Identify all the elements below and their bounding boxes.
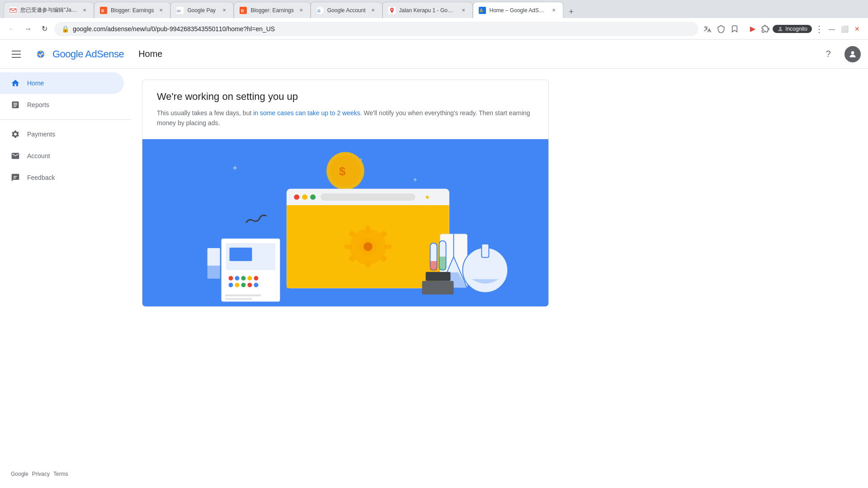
back-button[interactable]: ← [5, 23, 18, 35]
tab-google-account[interactable]: G Google Account ✕ [311, 2, 382, 18]
svg-point-36 [363, 242, 373, 251]
tab-maps[interactable]: Jalan Kerapu 1 - Goog... ✕ [382, 2, 473, 18]
body-highlight: in some cases can take up to 2 weeks [253, 109, 360, 117]
svg-point-49 [235, 276, 240, 281]
more-icon[interactable]: ⋮ [814, 23, 825, 34]
blogger1-favicon: B [100, 7, 107, 14]
blogger2-favicon: B [240, 7, 247, 14]
svg-point-30 [310, 194, 316, 200]
footer-privacy-link[interactable]: Privacy [32, 471, 50, 477]
address-input[interactable]: 🔒 google.com/adsense/new/u/0/pub-9942683… [54, 22, 698, 36]
tab-google-account-close[interactable]: ✕ [369, 7, 377, 14]
svg-point-28 [294, 194, 299, 200]
tab-gmail-close[interactable]: ✕ [81, 7, 88, 14]
feedback-icon [11, 173, 20, 182]
card-text: We're working on setting you up This usu… [142, 80, 548, 139]
gmail-favicon [9, 7, 17, 14]
new-tab-button[interactable]: + [565, 5, 578, 18]
translate-icon[interactable] [702, 23, 713, 34]
close-icon[interactable]: ✕ [852, 23, 863, 34]
sidebar-item-reports[interactable]: Reports [0, 94, 124, 116]
sidebar-item-reports-label: Reports [27, 101, 49, 108]
tab-maps-title: Jalan Kerapu 1 - Goog... [399, 7, 456, 14]
extensions-icon[interactable] [760, 23, 771, 34]
svg-text:+: + [233, 164, 237, 173]
svg-rect-59 [225, 298, 252, 300]
tab-blogger2[interactable]: B Blogger: Earnings ✕ [234, 2, 310, 18]
payments-icon [11, 130, 20, 139]
hamburger-menu[interactable] [7, 45, 25, 63]
tab-gpay-close[interactable]: ✕ [221, 7, 228, 14]
svg-text:B: B [101, 9, 104, 13]
user-avatar[interactable] [844, 46, 861, 62]
maximize-icon[interactable]: ⬜ [839, 23, 850, 34]
tab-adsense-close[interactable]: ✕ [550, 7, 557, 14]
svg-rect-47 [230, 248, 252, 261]
svg-text:+: + [413, 176, 417, 183]
app: Google AdSense Home ? Home [0, 40, 868, 488]
tab-gpay-title: Google Pay [187, 7, 217, 14]
svg-rect-73 [422, 281, 454, 294]
illustration-svg: + + + $ [142, 139, 548, 306]
svg-text:★: ★ [425, 193, 430, 201]
footer-google-link[interactable]: Google [11, 471, 28, 477]
sidebar-item-feedback[interactable]: Feedback [0, 167, 124, 188]
svg-rect-0 [9, 7, 17, 14]
forward-button[interactable]: → [22, 23, 34, 35]
svg-rect-58 [225, 294, 261, 296]
tab-maps-close[interactable]: ✕ [460, 7, 467, 14]
svg-rect-71 [439, 257, 446, 270]
svg-rect-61 [207, 266, 221, 279]
tab-adsense[interactable]: A Home – Google AdSen... ✕ [473, 2, 563, 18]
sidebar-item-account[interactable]: Account [0, 145, 124, 167]
svg-rect-64 [481, 244, 489, 258]
svg-point-57 [254, 282, 258, 287]
incognito-label: Incognito [785, 26, 807, 32]
tab-gmail[interactable]: 您已受邀参与编辑"Jax... ✕ [4, 2, 94, 18]
svg-rect-38 [366, 260, 370, 267]
svg-point-15 [779, 27, 782, 29]
bookmark-icon[interactable] [729, 23, 740, 34]
app-header: Google AdSense Home ? [0, 40, 868, 69]
help-button[interactable]: ? [819, 45, 837, 63]
address-bar: ← → ↻ 🔒 google.com/adsense/new/u/0/pub-9… [0, 18, 868, 40]
sidebar-item-payments[interactable]: Payments [0, 123, 124, 145]
shield-icon[interactable] [716, 23, 726, 34]
svg-point-29 [302, 194, 307, 200]
maps-favicon [388, 7, 396, 14]
main-layout: Home Reports Paym [0, 69, 868, 488]
url-text: google.com/adsense/new/u/0/pub-994268354… [73, 25, 691, 33]
reports-icon [11, 100, 20, 109]
tab-blogger2-close[interactable]: ✕ [297, 7, 305, 14]
svg-point-56 [247, 282, 252, 287]
tab-blogger1[interactable]: B Blogger: Earnings ✕ [94, 2, 170, 18]
youtube-icon[interactable]: ▶ [747, 23, 758, 34]
reload-button[interactable]: ↻ [38, 23, 51, 35]
footer-terms-link[interactable]: Terms [53, 471, 68, 477]
svg-rect-40 [384, 244, 392, 249]
svg-point-48 [229, 276, 233, 281]
adsense-logo-icon [33, 46, 49, 62]
account-icon [11, 151, 20, 160]
minimize-icon[interactable]: — [826, 23, 837, 34]
svg-rect-69 [430, 261, 437, 270]
svg-text:P: P [179, 9, 181, 13]
svg-rect-37 [366, 226, 370, 233]
tab-gpay[interactable]: GP Google Pay ✕ [170, 2, 234, 18]
svg-point-50 [241, 276, 246, 281]
svg-text:G: G [317, 9, 321, 13]
svg-point-52 [254, 276, 258, 281]
adsense-logo[interactable]: Google AdSense [33, 46, 124, 62]
tab-bar: 您已受邀参与编辑"Jax... ✕ B Blogger: Earnings ✕ … [0, 0, 868, 18]
sidebar-item-account-label: Account [27, 152, 50, 160]
svg-text:B: B [241, 9, 244, 13]
tab-blogger2-title: Blogger: Earnings [250, 7, 293, 14]
sidebar-item-home[interactable]: Home [0, 72, 124, 94]
svg-rect-39 [344, 244, 352, 249]
tab-gmail-title: 您已受邀参与编辑"Jax... [20, 6, 77, 14]
svg-point-17 [851, 51, 854, 54]
incognito-badge: Incognito [773, 25, 812, 33]
logo-text: Google AdSense [52, 48, 124, 60]
tab-blogger1-close[interactable]: ✕ [157, 7, 165, 14]
svg-text:A: A [480, 8, 483, 13]
